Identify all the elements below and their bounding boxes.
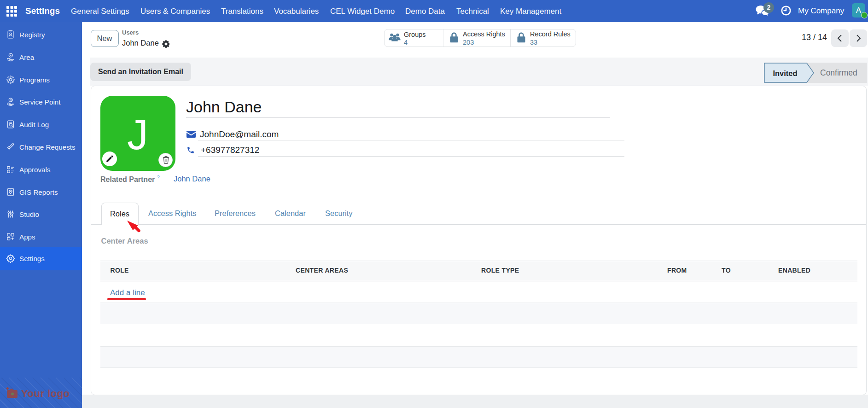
svg-text:Invited: Invited	[773, 69, 797, 77]
